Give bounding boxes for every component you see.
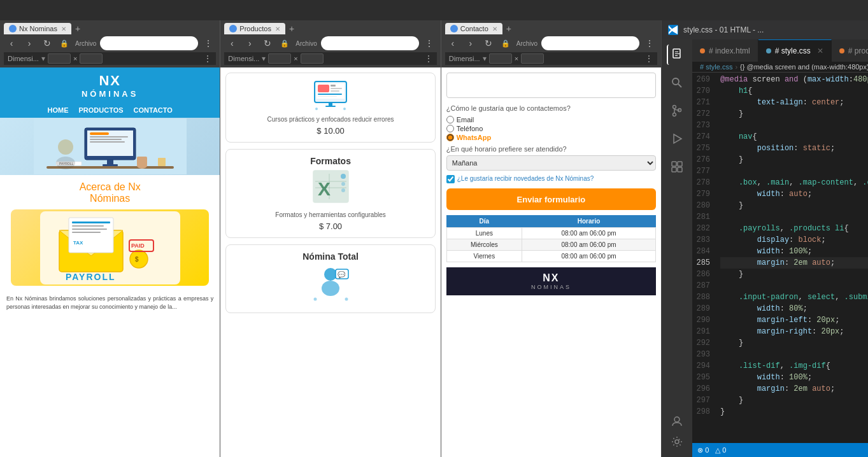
line-num-292: 292 bbox=[692, 337, 710, 349]
css-dot bbox=[766, 48, 771, 53]
code-editor[interactable]: 269 270 271 272 273 274 275 276 277 278 … bbox=[692, 73, 868, 443]
svg-text:💬: 💬 bbox=[338, 271, 346, 279]
svg-rect-24 bbox=[72, 232, 101, 233]
tab-index-html[interactable]: # index.html bbox=[692, 39, 758, 62]
activity-scm[interactable] bbox=[667, 101, 687, 121]
back-btn-3[interactable]: ‹ bbox=[445, 36, 460, 50]
browser-content-2[interactable]: Cursos prácticos y enfocados reducir err… bbox=[220, 67, 440, 457]
row2-hours: 08:00 am 06:00 pm bbox=[522, 239, 655, 251]
submit-button[interactable]: Enviar formulario bbox=[446, 188, 656, 210]
line-numbers: 269 270 271 272 273 274 275 276 277 278 … bbox=[692, 73, 715, 443]
option-whatsapp: WhatsApp bbox=[446, 134, 656, 141]
status-bar: ⊗ 0 △ 0 Ln 285, Col 25 Spaces: 4 UTF-8 C… bbox=[692, 443, 868, 457]
address-bar-1[interactable]: C:/Users/nesto... bbox=[100, 36, 198, 50]
dim-dropdown-3[interactable]: ▾ bbox=[483, 54, 487, 63]
tab-label-1: Nx Nominas bbox=[19, 25, 57, 32]
svg-point-15 bbox=[58, 139, 73, 155]
forward-btn-2[interactable]: › bbox=[242, 36, 257, 50]
activity-debug[interactable] bbox=[667, 129, 687, 149]
new-tab-btn-2[interactable]: + bbox=[287, 24, 297, 34]
code-line-278: .box, .main, .map-content, .content-dif,… bbox=[720, 177, 868, 188]
new-tab-btn-3[interactable]: + bbox=[504, 24, 514, 34]
back-btn-2[interactable]: ‹ bbox=[224, 36, 239, 50]
nav-contacto[interactable]: CONTACTO bbox=[134, 106, 173, 114]
svg-text:PAYROLL: PAYROLL bbox=[66, 272, 116, 282]
svg-point-42 bbox=[343, 108, 346, 110]
tab-style-css[interactable]: # style.css ✕ bbox=[758, 39, 832, 62]
dim-width-1[interactable]: 375 bbox=[48, 53, 71, 64]
forward-btn-3[interactable]: › bbox=[463, 36, 478, 50]
browser-tab-productos[interactable]: Productos ✕ bbox=[224, 23, 285, 34]
nx-header: NX NÓMINAS bbox=[0, 67, 220, 104]
svg-rect-59 bbox=[675, 52, 678, 52]
browser-tabs-row-3: Contacto ✕ + bbox=[445, 23, 657, 34]
address-bar-3[interactable]: C:/Users/nestor... bbox=[541, 36, 639, 50]
radio-email[interactable] bbox=[446, 116, 454, 123]
menu-btn-1[interactable]: ⋮ bbox=[201, 36, 216, 50]
schedule-select[interactable]: Mañana Tarde Noche bbox=[446, 155, 656, 171]
tab-label-2: Productos bbox=[239, 25, 271, 32]
browser-tabs-row-1: Nx Nominas ✕ + bbox=[4, 23, 216, 34]
tab-close-1[interactable]: ✕ bbox=[61, 25, 66, 32]
svg-point-16 bbox=[56, 157, 75, 169]
nx-page: NX NÓMINAS HOME PRODUCTOS CONTACTO bbox=[0, 67, 220, 314]
newsletter-checkbox[interactable] bbox=[446, 175, 455, 183]
browser-tab-nxnominas[interactable]: Nx Nominas ✕ bbox=[4, 23, 71, 34]
activity-extensions[interactable] bbox=[667, 157, 687, 177]
status-warnings[interactable]: △ 0 bbox=[715, 446, 726, 454]
breadcrumb: # style.css › {} @media screen and (max-… bbox=[692, 62, 868, 73]
product-desc-2: Formatos y herramientas configurables bbox=[232, 211, 428, 219]
contact-textarea[interactable] bbox=[446, 73, 656, 98]
svg-rect-37 bbox=[318, 94, 342, 95]
browser-content-1[interactable]: NX NÓMINAS HOME PRODUCTOS CONTACTO bbox=[0, 67, 220, 457]
browser-content-3[interactable]: ¿Cómo le gustaría que lo contactemos? Em… bbox=[441, 67, 661, 457]
reload-btn-2[interactable]: ↻ bbox=[260, 36, 275, 50]
dim-menu-3[interactable]: ⋮ bbox=[644, 53, 653, 64]
code-line-279: width: auto; bbox=[720, 188, 868, 200]
editor-tabs: # index.html # style.css ✕ # product.htm… bbox=[692, 39, 868, 62]
line-num-270: 270 bbox=[692, 85, 710, 97]
nav-home[interactable]: HOME bbox=[47, 106, 68, 114]
activity-search[interactable] bbox=[667, 73, 687, 93]
status-errors[interactable]: ⊗ 0 bbox=[697, 446, 709, 454]
dim-menu-1[interactable]: ⋮ bbox=[203, 53, 212, 64]
reload-btn-3[interactable]: ↻ bbox=[481, 36, 496, 50]
tab-close-2[interactable]: ✕ bbox=[275, 25, 280, 32]
nav-productos[interactable]: PRODUCTOS bbox=[78, 106, 123, 114]
reload-btn-1[interactable]: ↻ bbox=[39, 36, 55, 50]
forward-btn-1[interactable]: › bbox=[22, 36, 37, 50]
dim-dropdown-1[interactable]: ▾ bbox=[41, 54, 45, 63]
activity-account[interactable] bbox=[667, 411, 687, 432]
menu-btn-3[interactable]: ⋮ bbox=[642, 36, 657, 50]
browser-tab-contacto[interactable]: Contacto ✕ bbox=[445, 23, 502, 34]
product-price-2: $ 7.00 bbox=[232, 221, 428, 231]
tab-close-style[interactable]: ✕ bbox=[817, 46, 823, 55]
dim-height-1[interactable]: 812 bbox=[80, 53, 103, 64]
code-line-289: width: 80%; bbox=[720, 303, 868, 314]
menu-btn-2[interactable]: ⋮ bbox=[422, 36, 437, 50]
product-name-2: Formatos bbox=[232, 156, 428, 166]
dim-height-3[interactable]: 812 bbox=[521, 53, 544, 64]
dim-menu-2[interactable]: ⋮ bbox=[424, 53, 433, 64]
favicon-3 bbox=[450, 25, 458, 32]
dim-width-2[interactable]: 375 bbox=[268, 53, 291, 64]
svg-rect-33 bbox=[318, 85, 329, 92]
debug-icon bbox=[671, 132, 683, 145]
svg-point-62 bbox=[672, 78, 679, 85]
svg-rect-35 bbox=[331, 88, 342, 89]
line-num-285: 285 bbox=[692, 257, 710, 269]
line-num-278: 278 bbox=[692, 177, 710, 188]
dim-height-2[interactable]: 812 bbox=[301, 53, 324, 64]
dim-width-3[interactable]: 375 bbox=[489, 53, 512, 64]
new-tab-btn-1[interactable]: + bbox=[73, 24, 83, 34]
radio-whatsapp[interactable] bbox=[446, 134, 454, 141]
address-bar-2[interactable]: C:/Users/nestor... bbox=[321, 36, 419, 50]
tab-close-3[interactable]: ✕ bbox=[492, 25, 497, 32]
radio-telefono[interactable] bbox=[446, 125, 454, 132]
main-area: Nx Nominas ✕ + ‹ › ↻ 🔒 Archivo C:/Users/… bbox=[0, 20, 868, 457]
dim-dropdown-2[interactable]: ▾ bbox=[262, 54, 266, 63]
activity-explorer[interactable] bbox=[667, 45, 687, 65]
activity-settings[interactable] bbox=[667, 432, 687, 452]
tab-product-html[interactable]: # product.htm bbox=[832, 39, 868, 62]
back-btn-1[interactable]: ‹ bbox=[4, 36, 19, 50]
